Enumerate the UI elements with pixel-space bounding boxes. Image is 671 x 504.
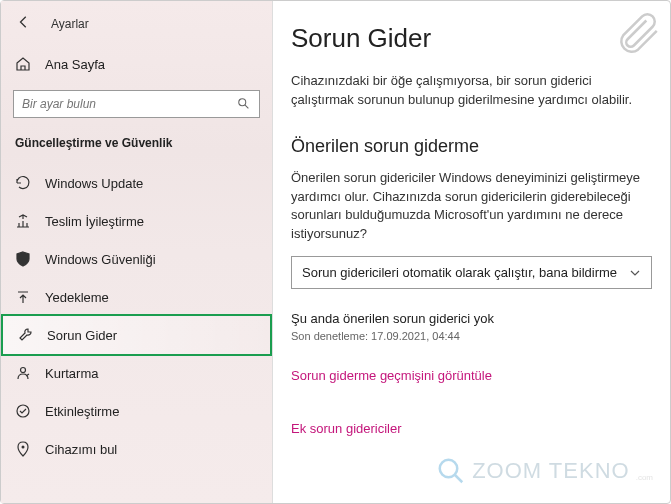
wrench-icon bbox=[17, 327, 33, 343]
nav-item-delivery[interactable]: Teslim İyileştirme bbox=[1, 202, 272, 240]
watermark-text: ZOOM TEKNO bbox=[472, 458, 630, 484]
nav-item-activation[interactable]: Etkinleştirme bbox=[1, 392, 272, 430]
page-intro: Cihazınızdaki bir öğe çalışmıyorsa, bir … bbox=[291, 72, 652, 110]
nav-item-security[interactable]: Windows Güvenliği bbox=[1, 240, 272, 278]
nav-label: Windows Güvenliği bbox=[45, 252, 156, 267]
nav-label: Yedekleme bbox=[45, 290, 109, 305]
search-box[interactable] bbox=[13, 90, 260, 118]
arrow-left-icon bbox=[17, 15, 31, 29]
svg-point-3 bbox=[22, 446, 25, 449]
search-input[interactable] bbox=[22, 97, 237, 111]
svg-point-1 bbox=[21, 368, 26, 373]
nav-item-windows-update[interactable]: Windows Update bbox=[1, 164, 272, 202]
recovery-icon bbox=[15, 365, 31, 381]
backup-icon bbox=[15, 289, 31, 305]
magnify-icon bbox=[436, 456, 466, 486]
home-link[interactable]: Ana Sayfa bbox=[1, 46, 272, 82]
dropdown-value: Sorun gidericileri otomatik olarak çalış… bbox=[302, 265, 617, 280]
paperclip-icon bbox=[613, 8, 663, 62]
delivery-icon bbox=[15, 213, 31, 229]
additional-troubleshooters-link[interactable]: Ek sorun gidericiler bbox=[291, 421, 652, 436]
refresh-icon bbox=[15, 175, 31, 191]
nav-label: Sorun Gider bbox=[47, 328, 117, 343]
page-title: Sorun Gider bbox=[291, 23, 652, 54]
troubleshoot-preference-dropdown[interactable]: Sorun gidericileri otomatik olarak çalış… bbox=[291, 256, 652, 289]
back-button[interactable] bbox=[13, 11, 35, 36]
home-icon bbox=[15, 56, 31, 72]
svg-point-4 bbox=[440, 460, 458, 478]
home-label: Ana Sayfa bbox=[45, 57, 105, 72]
watermark-sub: .com bbox=[636, 473, 653, 482]
category-header: Güncelleştirme ve Güvenlik bbox=[1, 132, 272, 164]
nav-item-find-device[interactable]: Cihazımı bul bbox=[1, 430, 272, 468]
nav-list: Windows Update Teslim İyileştirme Window… bbox=[1, 164, 272, 503]
app-title: Ayarlar bbox=[51, 17, 89, 31]
svg-point-2 bbox=[17, 405, 29, 417]
nav-label: Cihazımı bul bbox=[45, 442, 117, 457]
nav-label: Teslim İyileştirme bbox=[45, 214, 144, 229]
check-circle-icon bbox=[15, 403, 31, 419]
nav-item-backup[interactable]: Yedekleme bbox=[1, 278, 272, 316]
nav-label: Etkinleştirme bbox=[45, 404, 119, 419]
nav-label: Kurtarma bbox=[45, 366, 98, 381]
header-bar: Ayarlar bbox=[1, 1, 272, 46]
shield-icon bbox=[15, 251, 31, 267]
content-pane: Sorun Gider Cihazınızdaki bir öğe çalışm… bbox=[273, 1, 670, 503]
svg-point-0 bbox=[239, 99, 246, 106]
section-desc: Önerilen sorun gidericiler Windows deney… bbox=[291, 169, 652, 244]
sidebar: Ayarlar Ana Sayfa Güncelleştirme ve Güve… bbox=[1, 1, 273, 503]
location-icon bbox=[15, 441, 31, 457]
section-title: Önerilen sorun giderme bbox=[291, 136, 652, 157]
status-text: Şu anda önerilen sorun giderici yok bbox=[291, 311, 652, 326]
last-check-timestamp: Son denetleme: 17.09.2021, 04:44 bbox=[291, 330, 652, 342]
watermark: ZOOM TEKNO .com bbox=[436, 456, 653, 486]
nav-label: Windows Update bbox=[45, 176, 143, 191]
nav-item-troubleshoot[interactable]: Sorun Gider bbox=[1, 314, 272, 356]
search-icon bbox=[237, 97, 251, 111]
chevron-down-icon bbox=[629, 267, 641, 279]
view-history-link[interactable]: Sorun giderme geçmişini görüntüle bbox=[291, 368, 652, 383]
nav-item-recovery[interactable]: Kurtarma bbox=[1, 354, 272, 392]
